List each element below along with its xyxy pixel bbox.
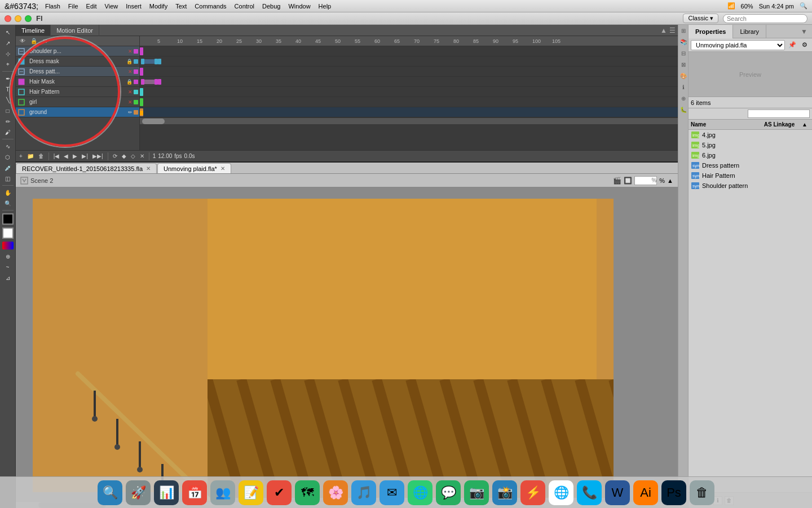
dock-iphoto[interactable]: 📸 [492, 480, 517, 505]
lib-options-icon[interactable]: ⚙ [800, 40, 810, 50]
add-blank-kf-btn[interactable]: ◇ [130, 153, 136, 159]
dock-safari[interactable]: 🌐 [408, 480, 433, 505]
layer-row-dress-mask[interactable]: Dress mask 🔒 [16, 56, 139, 67]
zoom-up-btn[interactable]: ▲ [667, 177, 673, 184]
layer-x-hair-pattern[interactable]: ✕ [128, 89, 133, 95]
lib-item-dress-pattern[interactable]: sym Dress pattern [689, 160, 812, 170]
menu-help[interactable]: Help [319, 3, 332, 10]
menu-flash[interactable]: Flash [45, 3, 60, 10]
menu-text[interactable]: Text [175, 3, 187, 10]
dock-flash[interactable]: ⚡ [520, 480, 545, 505]
menu-view[interactable]: View [105, 3, 118, 10]
delete-layer-btn[interactable]: 🗑 [37, 153, 45, 159]
dock-itunes[interactable]: 🎵 [351, 480, 376, 505]
lib-item-6jpg[interactable]: img 6.jpg [689, 150, 812, 160]
dock-word[interactable]: W [605, 480, 630, 505]
lib-new-icon[interactable]: 📌 [787, 40, 797, 50]
menu-debug[interactable]: Debug [262, 3, 280, 10]
eyedropper-tool[interactable]: 💉 [2, 163, 14, 173]
menu-file[interactable]: File [68, 3, 78, 10]
layer-row-ground[interactable]: ground ✏ [16, 107, 139, 117]
snap-tool[interactable]: ⊕ [2, 251, 14, 261]
menu-window[interactable]: Window [288, 3, 310, 10]
layer-row-hair-mask[interactable]: Hair Mask 🔒 [16, 77, 139, 87]
dock-finder[interactable]: 🔍 [98, 480, 122, 505]
lib-item-hair-pattern[interactable]: sym Hair Pattern [689, 170, 812, 181]
lib-item-4jpg[interactable]: img 4.jpg [689, 130, 812, 140]
tab-library[interactable]: Library [733, 25, 766, 38]
layer-row-girl[interactable]: girl ✕ [16, 97, 139, 107]
dock-notes[interactable]: 📝 [239, 480, 263, 505]
next-frame-btn[interactable]: ▶| [81, 153, 89, 159]
track-hair-pattern[interactable] [140, 87, 678, 97]
lock-icon-hair-mask[interactable]: 🔒 [126, 79, 133, 85]
pencil-tool[interactable]: ✏ [2, 116, 14, 126]
timeline-collapse-icon[interactable]: ▲ [660, 27, 667, 34]
paint-bucket[interactable]: ⬡ [2, 152, 14, 162]
edit-scene-icon[interactable]: 🎬 [613, 177, 621, 185]
track-dress-mask[interactable] [140, 56, 678, 67]
minimize-button[interactable] [15, 15, 21, 22]
layer-x-dress-patt[interactable]: ✕ [128, 69, 133, 75]
menu-edit[interactable]: Edit [86, 3, 97, 10]
dock-dashboard[interactable]: 📊 [154, 480, 179, 505]
prev-frame-btn[interactable]: ◀ [63, 153, 69, 159]
timeline-hscroll[interactable] [140, 117, 678, 124]
debug-icon[interactable]: 🐛 [679, 106, 687, 114]
doc-tab-recover-close[interactable]: ✕ [146, 165, 151, 172]
line-tool[interactable]: ╲ [2, 95, 14, 105]
dock-trash[interactable]: 🗑 [690, 480, 714, 505]
dock-contacts[interactable]: 👥 [210, 480, 235, 505]
subselect-tool[interactable]: ↗ [2, 38, 14, 48]
track-girl[interactable] [140, 97, 678, 107]
remove-frames-btn[interactable]: ✕ [139, 153, 145, 159]
menu-insert[interactable]: Insert [126, 3, 142, 10]
stage-canvas[interactable] [16, 187, 678, 508]
dock-launchpad[interactable]: 🚀 [126, 480, 151, 505]
menu-commands[interactable]: Commands [195, 3, 226, 10]
close-button[interactable] [5, 15, 11, 22]
tab-timeline[interactable]: Timeline [16, 25, 51, 36]
timeline-menu-icon[interactable]: ☰ [669, 27, 676, 34]
lasso-tool[interactable]: ⌖ [2, 59, 14, 69]
track-hair-mask[interactable] [140, 77, 678, 87]
play-btn[interactable]: ▶ [72, 153, 78, 159]
menu-modify[interactable]: Modify [149, 3, 167, 10]
lock-icon-dress-mask[interactable]: 🔒 [126, 59, 133, 64]
right-panel-collapse[interactable]: ▼ [801, 28, 812, 36]
brush-tool[interactable]: 🖌 [2, 127, 14, 137]
ink-tool[interactable]: ∿ [2, 141, 14, 151]
apple-menu[interactable]: &#63743; [5, 2, 38, 11]
dock-photoshop[interactable]: Ps [661, 480, 686, 505]
dock-mail[interactable]: ✉ [379, 480, 404, 505]
hand-tool[interactable]: ✋ [2, 187, 14, 198]
stroke-color[interactable] [2, 213, 14, 225]
dock-illustrator[interactable]: Ai [633, 480, 658, 505]
eraser-tool[interactable]: ◫ [2, 173, 14, 183]
library-search-input[interactable] [748, 110, 810, 118]
components-icon[interactable]: ⊕ [679, 95, 687, 103]
fill-color[interactable] [2, 227, 14, 239]
transform-tool[interactable]: ⊹ [2, 49, 14, 59]
zoom-input[interactable] [634, 176, 657, 185]
layer-row-dress-patt[interactable]: Dress patt... ✕ [16, 67, 139, 77]
add-layer-btn[interactable]: + [18, 153, 24, 159]
edit-symbols-icon[interactable]: 🔲 [624, 177, 632, 185]
loop-btn[interactable]: ⟳ [112, 153, 118, 159]
arrow-tool[interactable]: ↖ [2, 27, 14, 37]
dock-chrome[interactable]: 🌐 [549, 480, 573, 505]
pen-tool[interactable]: ✒ [2, 73, 14, 84]
dock-reminders[interactable]: ✔ [267, 480, 292, 505]
layer-x-shoulder[interactable]: ✕ [128, 49, 133, 54]
classic-button[interactable]: Classic ▾ [683, 14, 718, 23]
layer-row-hair-pattern[interactable]: Hair Pattern ✕ [16, 87, 139, 97]
go-last-btn[interactable]: ▶▶| [91, 153, 104, 159]
align-icon[interactable]: ⊟ [679, 50, 687, 58]
track-ground[interactable] [140, 107, 678, 117]
text-tool[interactable]: T [2, 84, 14, 94]
swap-colors[interactable] [2, 242, 14, 249]
layer-row-shoulder[interactable]: Shoulder p... ✕ [16, 46, 139, 56]
dock-skype[interactable]: 📞 [577, 480, 602, 505]
rect-tool[interactable]: □ [2, 106, 14, 116]
doc-tab-unmoving[interactable]: Unmoving plaid.fla* ✕ [157, 163, 231, 173]
